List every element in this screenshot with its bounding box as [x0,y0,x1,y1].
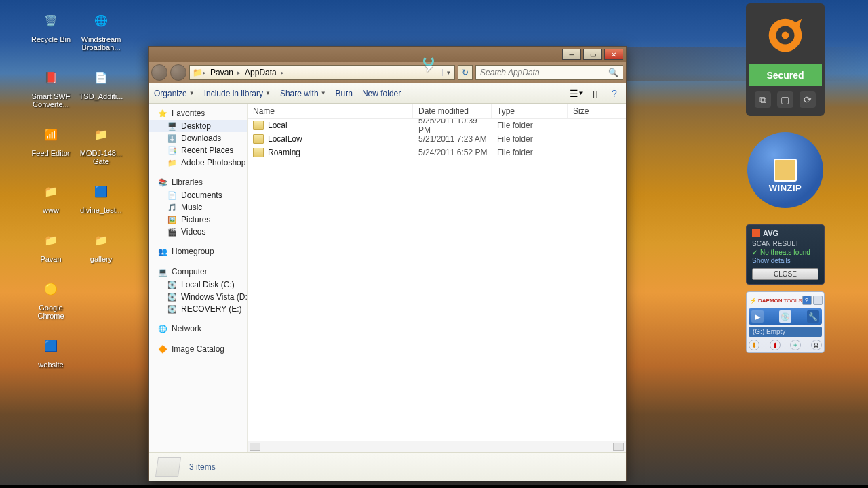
status-text: 3 items [189,462,216,472]
burn-button[interactable]: Burn [336,89,353,98]
nav-drive-c[interactable]: 💽Local Disk (C:) [149,279,247,291]
nav-desktop[interactable]: 🖥️Desktop [149,120,247,132]
search-box[interactable]: 🔍 [475,65,623,80]
nav-pictures[interactable]: 🖼️Pictures [149,214,247,226]
daemon-play-button[interactable]: ▶ [751,310,764,323]
avast-button-1[interactable]: ⧉ [755,92,771,108]
table-row[interactable]: Local5/25/2011 10:39 PMFile folder [248,119,626,132]
view-menu[interactable]: ☰ ▼ [570,87,583,100]
winzip-label: WINZIP [769,183,802,193]
new-folder-button[interactable]: New folder [362,89,401,98]
daemon-wrench-button[interactable]: 🔧 [807,310,819,323]
breadcrumb-appdata[interactable]: AppData [241,68,281,77]
desktop-icon-swf[interactable]: 📕Smart SWF Converte... [27,64,75,108]
avg-scan-label: SCAN RESULT [752,240,818,247]
address-bar[interactable]: 📁 ▸ Pavan ▸ AppData ▸ ▾ [189,65,455,80]
organize-menu[interactable]: Organize▼ [154,89,195,98]
desktop-icon-windstream[interactable]: 🌐Windstream Broadban... [77,7,125,52]
nav-downloads[interactable]: ⬇️Downloads [149,132,247,144]
minimize-button[interactable]: ─ [562,49,581,60]
nav-row: 📁 ▸ Pavan ▸ AppData ▸ ▾ ↻ 🔍 [149,62,626,83]
check-icon: ✔ [752,249,757,256]
nav-drive-e[interactable]: 💽RECOVERY (E:) [149,303,247,315]
winzip-gadget[interactable]: WINZIP [746,123,825,218]
avast-gadget[interactable]: Secured ⧉ ▢ ⟳ [746,3,825,116]
desktop-icon-pavan[interactable]: 📁Pavan [27,226,75,263]
star-icon: ⭐ [158,108,167,118]
back-button[interactable] [151,64,167,81]
nav-network[interactable]: 🌐Network [149,322,247,336]
col-type[interactable]: Type [492,104,568,118]
search-input[interactable] [480,68,608,77]
forward-button[interactable] [170,64,186,81]
avg-close-button[interactable]: CLOSE [752,268,818,280]
include-library-menu[interactable]: Include in library▼ [204,89,271,98]
search-icon: 🔍 [608,68,618,77]
file-list-area: Name Date modified Type Size Local5/25/2… [248,104,626,452]
nav-homegroup[interactable]: 👥Homegroup [149,245,247,258]
desktop-icon-feed[interactable]: 📶Feed Editor [27,121,75,165]
share-with-menu[interactable]: Share with▼ [280,89,326,98]
avast-status: Secured [749,64,822,86]
daemon-ft-2[interactable]: ⬆ [770,340,781,350]
nav-music[interactable]: 🎵Music [149,201,247,214]
col-size[interactable]: Size [568,104,608,118]
desktop-icon-gallery[interactable]: 📁gallery [77,226,125,263]
address-dropdown[interactable]: ▾ [442,69,454,76]
desktop-icon-modj[interactable]: 📁MODJ-148... Gate [77,121,125,165]
daemon-tools-gadget[interactable]: ⚡DAEMON TOOLS ? ⋯ ▶ 💿 🔧 (G:) Empty ⬇ ⬆ ＋… [746,291,825,353]
avg-gadget[interactable]: AVG SCAN RESULT ✔No threats found Show d… [746,224,825,285]
column-headers[interactable]: Name Date modified Type Size [248,104,626,119]
help-button[interactable]: ? [608,87,620,100]
desktop-icon-www[interactable]: 📁www [27,178,75,214]
table-row[interactable]: LocalLow5/21/2011 7:23 AMFile folder [248,132,626,146]
nav-image-catalog[interactable]: 🔶Image Catalog [149,342,247,356]
nav-favorites[interactable]: ⭐Favorites [149,106,247,120]
close-button[interactable]: ✕ [604,49,623,60]
desktop-icon-chrome[interactable]: 🟡Google Chrome [27,275,75,320]
daemon-ft-4[interactable]: ⚙ [811,340,822,350]
daemon-drive-icon: 💿 [779,310,791,323]
toolbar: Organize▼ Include in library▼ Share with… [149,83,626,104]
folder-icon [253,121,264,130]
nav-libraries[interactable]: 📚Libraries [149,176,247,189]
desktop-icon-recycle-bin[interactable]: 🗑️Recycle Bin [27,7,75,52]
nav-documents[interactable]: 📄Documents [149,189,247,201]
winzip-box-icon [774,159,797,182]
avg-details-link[interactable]: Show details [752,257,791,264]
navigation-pane: ⭐Favorites 🖥️Desktop ⬇️Downloads 📑Recent… [149,104,248,452]
daemon-settings-button[interactable]: ⋯ [813,296,823,305]
horizontal-scrollbar[interactable] [248,441,626,452]
folder-icon [253,134,264,144]
nav-photoshop[interactable]: 📁Adobe Photoshop C [149,157,247,169]
refresh-button[interactable]: ↻ [458,65,473,80]
explorer-window: ─ ▭ ✕ 📁 ▸ Pavan ▸ AppData ▸ ▾ ↻ 🔍 Organi… [148,46,627,481]
daemon-ft-1[interactable]: ⬇ [749,340,760,350]
svg-point-1 [782,32,789,39]
daemon-ft-3[interactable]: ＋ [790,340,801,350]
avg-brand: AVG [763,229,778,237]
avast-button-2[interactable]: ▢ [777,92,793,108]
titlebar[interactable]: ─ ▭ ✕ [149,47,626,62]
daemon-help-button[interactable]: ? [802,296,812,305]
col-name[interactable]: Name [248,104,413,118]
desktop-icon-tsd[interactable]: 📄TSD_Additi... [77,64,125,108]
nav-recent[interactable]: 📑Recent Places [149,144,247,157]
desktop-icon-divine[interactable]: 🟦divine_test... [77,178,125,214]
avast-logo-icon [749,6,822,64]
daemon-drive-label[interactable]: (G:) Empty [749,327,822,337]
nav-videos[interactable]: 🎬Videos [149,226,247,238]
nav-computer[interactable]: 💻Computer [149,265,247,279]
avg-result: No threats found [760,249,810,256]
nav-drive-d[interactable]: 💽Windows Vista (D:) [149,291,247,303]
breadcrumb-pavan[interactable]: Pavan [206,68,237,77]
maximize-button[interactable]: ▭ [583,49,602,60]
bolt-icon: ⚡ [750,298,757,304]
status-folder-icon [155,457,181,477]
desktop-icon-website[interactable]: 🟦website [27,332,75,369]
avg-flag-icon [752,229,760,237]
avast-button-3[interactable]: ⟳ [800,92,816,108]
table-row[interactable]: Roaming5/24/2011 6:52 PMFile folder [248,146,626,159]
preview-pane-button[interactable]: ▯ [589,87,601,100]
col-date[interactable]: Date modified [413,104,492,118]
